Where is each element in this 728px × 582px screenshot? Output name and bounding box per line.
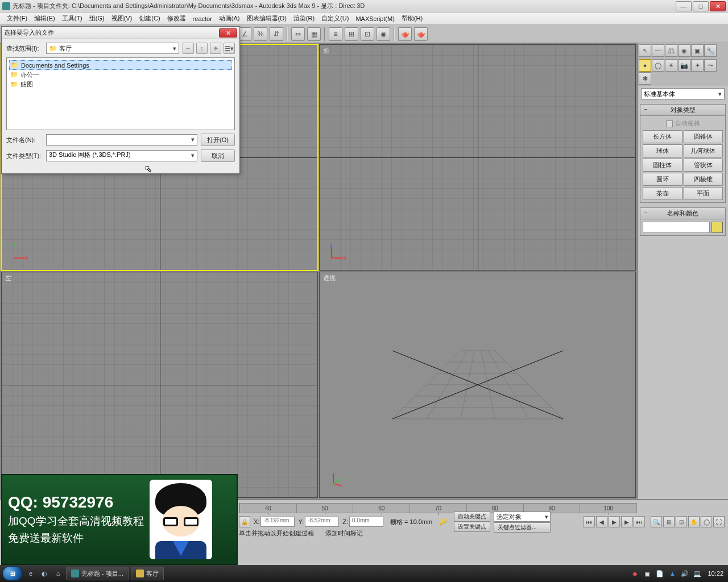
cone-button[interactable]: 圆锥体 bbox=[684, 130, 723, 143]
menu-tools[interactable]: 工具(T) bbox=[59, 13, 86, 24]
viewport-front[interactable]: 前 xz bbox=[319, 44, 636, 271]
spacewarps-tab-icon[interactable]: 〜 bbox=[704, 59, 717, 72]
create-tab-icon[interactable]: ↖ bbox=[639, 44, 651, 57]
prev-frame-icon[interactable]: ◀ bbox=[596, 516, 607, 527]
viewport-perspective[interactable]: 透视 bbox=[319, 272, 636, 498]
modify-tab-icon[interactable]: 〰 bbox=[652, 44, 664, 57]
goto-end-icon[interactable]: ⏭ bbox=[634, 516, 645, 527]
menu-group[interactable]: 组(G) bbox=[86, 13, 108, 24]
zoom-icon[interactable]: 🔍 bbox=[651, 516, 662, 527]
x-coord-input[interactable]: -8.192mm bbox=[260, 517, 295, 527]
pan-icon[interactable]: ✋ bbox=[688, 516, 700, 527]
spinner-snap-icon[interactable]: ⇵ bbox=[270, 27, 283, 41]
tray-icon[interactable]: ▲ bbox=[668, 569, 677, 578]
list-item[interactable]: 📁贴图 bbox=[9, 80, 232, 89]
back-icon[interactable]: ← bbox=[183, 43, 194, 54]
close-button[interactable]: ✕ bbox=[710, 1, 726, 11]
filetype-dropdown[interactable]: 3D Studio 网格 (*.3DS,*.PRJ) bbox=[46, 150, 197, 161]
sphere-button[interactable]: 球体 bbox=[643, 144, 682, 157]
zoom-all-icon[interactable]: ⊞ bbox=[663, 516, 675, 527]
systems-tab-icon[interactable]: ✱ bbox=[639, 72, 651, 85]
render-scene-icon[interactable]: 🫖 bbox=[398, 27, 412, 41]
object-name-input[interactable] bbox=[643, 222, 710, 233]
menu-modifiers[interactable]: 修改器 bbox=[164, 13, 189, 24]
tray-icon[interactable]: 📄 bbox=[655, 569, 664, 578]
menu-maxscript[interactable]: MAXScript(M) bbox=[352, 14, 398, 23]
quick-render-icon[interactable]: 🫖 bbox=[414, 27, 428, 41]
material-icon[interactable]: ◉ bbox=[377, 27, 390, 41]
maximize-viewport-icon[interactable]: ⛶ bbox=[713, 516, 725, 527]
menu-animation[interactable]: 动画(A) bbox=[216, 13, 243, 24]
menu-reactor[interactable]: reactor bbox=[189, 14, 216, 23]
dialog-close-button[interactable]: ✕ bbox=[219, 28, 237, 38]
primitive-type-dropdown[interactable]: 标准基本体 bbox=[641, 88, 725, 99]
mirror-icon[interactable]: ⇔ bbox=[291, 27, 305, 41]
color-swatch[interactable] bbox=[712, 222, 723, 233]
ie-icon[interactable]: e bbox=[25, 568, 36, 579]
media-icon[interactable]: ◐ bbox=[39, 568, 50, 579]
box-button[interactable]: 长方体 bbox=[643, 130, 682, 143]
filename-input[interactable] bbox=[46, 134, 197, 146]
network-icon[interactable]: 💻 bbox=[693, 569, 702, 578]
up-icon[interactable]: ↑ bbox=[196, 43, 208, 54]
cancel-button[interactable]: 取消 bbox=[201, 149, 235, 162]
file-list[interactable]: 📁Documents and Settings 📁办公一 📁贴图 bbox=[6, 57, 235, 130]
maximize-button[interactable]: □ bbox=[693, 1, 709, 11]
curve-editor-icon[interactable]: ⊞ bbox=[345, 27, 358, 41]
torus-button[interactable]: 圆环 bbox=[643, 173, 682, 186]
menu-graph-editors[interactable]: 图表编辑器(D) bbox=[243, 13, 290, 24]
minimize-button[interactable]: — bbox=[676, 1, 692, 11]
helpers-tab-icon[interactable]: ✦ bbox=[691, 59, 704, 72]
utilities-tab-icon[interactable]: 🔧 bbox=[704, 44, 717, 57]
key-filters-button[interactable]: 关键点过滤器... bbox=[494, 522, 551, 533]
time-ruler[interactable]: 40 50 60 70 80 90 100 bbox=[239, 503, 637, 513]
new-folder-icon[interactable]: ✳ bbox=[210, 43, 221, 54]
cylinder-button[interactable]: 圆柱体 bbox=[643, 159, 682, 172]
percent-snap-icon[interactable]: % bbox=[254, 27, 267, 41]
hierarchy-tab-icon[interactable]: 品 bbox=[665, 44, 677, 57]
list-item[interactable]: 📁Documents and Settings bbox=[9, 60, 232, 70]
geometry-tab-icon[interactable]: ● bbox=[639, 59, 651, 72]
pyramid-button[interactable]: 四棱锥 bbox=[684, 173, 723, 186]
autogrid-checkbox[interactable]: 自动栅格 bbox=[643, 118, 723, 130]
teapot-button[interactable]: 茶壶 bbox=[643, 187, 682, 200]
tray-icon[interactable]: ◆ bbox=[630, 569, 639, 578]
play-icon[interactable]: ▶ bbox=[609, 516, 620, 527]
align-icon[interactable]: ▦ bbox=[307, 27, 321, 41]
autokey-button[interactable]: 自动关键点 bbox=[454, 512, 490, 522]
orbit-icon[interactable]: ◯ bbox=[701, 516, 712, 527]
y-
-coord-input[interactable]: -8.52mm bbox=[305, 517, 339, 527]
zoom-extents-icon[interactable]: ⊡ bbox=[676, 516, 687, 527]
viewport-left[interactable]: 左 bbox=[1, 272, 318, 498]
layer-icon[interactable]: ≡ bbox=[329, 27, 342, 41]
motion-tab-icon[interactable]: ◉ bbox=[678, 44, 690, 57]
key-selection-dropdown[interactable]: 选定对象 bbox=[494, 512, 551, 522]
taskbar-app-3dsmax[interactable]: 无标题 - 项目... bbox=[66, 567, 129, 580]
schematic-icon[interactable]: ⊡ bbox=[361, 27, 374, 41]
menu-rendering[interactable]: 渲染(R) bbox=[290, 13, 318, 24]
volume-icon[interactable]: 🔊 bbox=[680, 569, 689, 578]
rollout-header[interactable]: 对象类型 bbox=[640, 105, 725, 116]
open-button[interactable]: 打开(O) bbox=[201, 134, 235, 146]
goto-start-icon[interactable]: ⏮ bbox=[584, 516, 595, 527]
menu-customize[interactable]: 自定义(U) bbox=[318, 13, 352, 24]
geosphere-button[interactable]: 几何球体 bbox=[684, 144, 723, 157]
add-time-marker[interactable]: 添加时间标记 bbox=[325, 529, 363, 538]
z-coord-input[interactable]: 0.0mm bbox=[349, 517, 383, 527]
clock[interactable]: 10:22 bbox=[705, 570, 726, 577]
lights-tab-icon[interactable]: ☀ bbox=[665, 59, 677, 72]
menu-create[interactable]: 创建(C) bbox=[135, 13, 163, 24]
next-frame-icon[interactable]: ▶ bbox=[621, 516, 632, 527]
taskbar-app-folder[interactable]: 客厅 bbox=[131, 567, 164, 580]
menu-edit[interactable]: 编辑(E) bbox=[31, 13, 59, 24]
view-menu-icon[interactable]: ☰▾ bbox=[224, 43, 235, 54]
tray-icon[interactable]: ▣ bbox=[643, 569, 652, 578]
menu-file[interactable]: 文件(F) bbox=[3, 13, 31, 24]
menu-help[interactable]: 帮助(H) bbox=[398, 13, 426, 24]
rollout-header[interactable]: 名称和颜色 bbox=[640, 208, 725, 219]
list-item[interactable]: 📁办公一 bbox=[9, 70, 232, 80]
plane-button[interactable]: 平面 bbox=[684, 187, 723, 200]
setkey-button[interactable]: 设置关键点 bbox=[454, 522, 490, 532]
cameras-tab-icon[interactable]: 📷 bbox=[678, 59, 690, 72]
selection-lock-icon[interactable]: 🔒 bbox=[239, 516, 250, 527]
